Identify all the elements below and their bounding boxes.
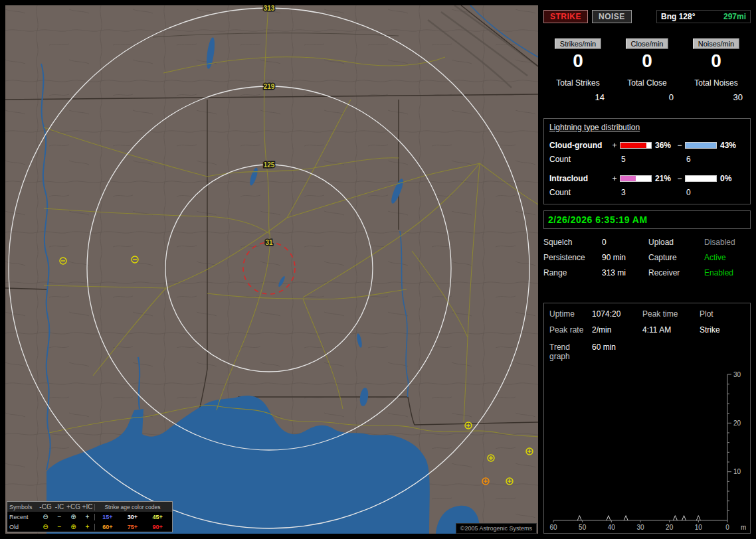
pos-ic-old-icon: +	[80, 524, 94, 530]
intracloud-row: Intracloud + 21% − 0%	[549, 174, 745, 183]
total-noises-value: 30	[733, 92, 751, 102]
trend-chart: 1020306050403020100min	[549, 366, 746, 534]
trend-graph-row: Trend graph 60 min	[549, 343, 745, 361]
map-canvas[interactable]: 31321912531	[5, 5, 538, 534]
svg-text:min: min	[741, 524, 746, 531]
svg-text:10: 10	[733, 468, 741, 475]
minus-sign: −	[676, 174, 684, 183]
ic-plus-count: 3	[618, 188, 684, 197]
legend-recent-label: Recent	[9, 514, 39, 520]
age-code-75: 75+	[122, 524, 143, 530]
session-info: Uptime 1074:20 Peak time Plot Peak rate …	[549, 309, 745, 335]
total-close-label: Total Close	[627, 78, 666, 88]
svg-text:20: 20	[666, 524, 674, 531]
svg-text:0: 0	[725, 524, 729, 531]
minus-sign: −	[676, 141, 684, 150]
trend-spike	[624, 516, 628, 520]
app-window: 31321912531 Symbols -CG -IC +CG +IC Stri…	[0, 0, 756, 539]
capture-label: Capture	[648, 253, 704, 262]
ring-label-31: 31	[265, 239, 273, 246]
cg-minus-pct: 43%	[718, 141, 741, 150]
strikes-column: Strikes/min 0 Total Strikes 14	[543, 38, 613, 102]
receiver-status: Squelch 0 Upload Disabled Persistence 90…	[543, 238, 751, 277]
pos-cg-recent-icon: ⊕	[66, 514, 80, 520]
trend-spike	[673, 516, 677, 520]
legend-col-neg-cg: -CG	[39, 504, 52, 510]
cg-plus-pct: 36%	[653, 141, 676, 150]
uptime-label: Uptime	[549, 309, 592, 319]
capture-status: Active	[704, 253, 751, 262]
legend-old-label: Old	[9, 524, 39, 530]
cg-plus-count: 5	[618, 155, 684, 164]
noise-mode-button[interactable]: NOISE	[592, 10, 632, 23]
svg-text:30: 30	[733, 371, 741, 378]
age-code-45: 45+	[147, 514, 168, 520]
svg-text:30: 30	[636, 524, 644, 531]
ic-plus-pct: 21%	[653, 174, 676, 183]
peak-time-label: Peak time	[642, 309, 700, 319]
strikes-per-min-chip[interactable]: Strikes/min	[555, 38, 601, 49]
ic-minus-count: 0	[684, 188, 691, 197]
bearing-label: Bng 128°	[661, 12, 695, 21]
neg-cg-old-icon: ⊖	[39, 524, 52, 530]
copyright-notice: ©2005 Astrogenic Systems	[456, 523, 537, 534]
neg-cg-recent-icon: ⊖	[39, 514, 52, 520]
trend-graph-label: Trend graph	[549, 343, 592, 361]
receiver-status-value: Enabled	[704, 268, 751, 277]
noises-column: Noises/min 0 Total Noises 30	[682, 38, 751, 102]
neg-ic-recent-icon: −	[52, 514, 66, 520]
strike-mode-button[interactable]: STRIKE	[543, 10, 588, 23]
datetime-display: 2/26/2026 6:35:19 AM	[543, 210, 751, 229]
session-panel: Uptime 1074:20 Peak time Plot Peak rate …	[543, 303, 751, 534]
peak-time-value: 4:11 AM	[642, 325, 700, 335]
age-code-90: 90+	[147, 524, 168, 530]
range-label: Range	[543, 268, 602, 277]
ring-label-125: 125	[264, 161, 275, 169]
range-value: 313 mi	[602, 268, 648, 277]
lightning-distribution-panel: Lightning type distribution Cloud-ground…	[543, 118, 751, 204]
plus-sign: +	[611, 141, 618, 150]
trend-spike	[607, 516, 611, 520]
map-legend: Symbols -CG -IC +CG +IC Strike age color…	[7, 501, 173, 532]
age-code-30: 30+	[122, 514, 143, 520]
sidebar: STRIKE NOISE Bng 128° 297mi Strikes/min …	[543, 5, 751, 534]
total-noises-label: Total Noises	[694, 78, 737, 88]
legend-col-pos-cg: +CG	[66, 504, 80, 510]
uptime-value: 1074:20	[592, 309, 642, 319]
neg-ic-old-icon: −	[52, 524, 66, 530]
trend-spike	[682, 516, 686, 520]
svg-text:60: 60	[549, 524, 557, 531]
svg-text:50: 50	[579, 524, 587, 531]
svg-text:10: 10	[695, 524, 703, 531]
upload-label: Upload	[648, 238, 704, 247]
legend-symbols-header: Symbols	[9, 504, 39, 510]
svg-text:40: 40	[608, 524, 616, 531]
svg-text:20: 20	[733, 420, 741, 427]
noises-per-min-chip[interactable]: Noises/min	[693, 38, 739, 49]
ic-plus-bar	[620, 175, 652, 182]
plot-value: Strike	[700, 325, 745, 335]
legend-col-pos-ic: +IC	[80, 504, 94, 510]
upload-status: Disabled	[704, 238, 751, 247]
close-column: Close/min 0 Total Close 0	[613, 38, 682, 102]
squelch-value: 0	[602, 238, 648, 247]
age-code-15: 15+	[97, 514, 118, 520]
total-close-value: 0	[669, 92, 682, 102]
close-per-min-chip[interactable]: Close/min	[626, 38, 669, 49]
distribution-title: Lightning type distribution	[549, 123, 745, 135]
cg-minus-count: 6	[684, 155, 691, 164]
pos-ic-recent-icon: +	[80, 514, 94, 520]
trend-spike	[696, 516, 700, 520]
peak-rate-value: 2/min	[592, 325, 642, 335]
age-code-60: 60+	[97, 524, 118, 530]
peak-rate-label: Peak rate	[549, 325, 592, 335]
map-panel: 31321912531 Symbols -CG -IC +CG +IC Stri…	[5, 5, 538, 534]
receiver-label: Receiver	[648, 268, 704, 277]
squelch-label: Squelch	[543, 238, 602, 247]
plot-label: Plot	[700, 309, 745, 319]
plus-sign: +	[611, 174, 618, 183]
ic-minus-pct: 0%	[718, 174, 741, 183]
cg-plus-bar	[620, 142, 652, 149]
mode-toolbar: STRIKE NOISE Bng 128° 297mi	[543, 8, 751, 25]
persistence-value: 90 min	[602, 253, 648, 262]
